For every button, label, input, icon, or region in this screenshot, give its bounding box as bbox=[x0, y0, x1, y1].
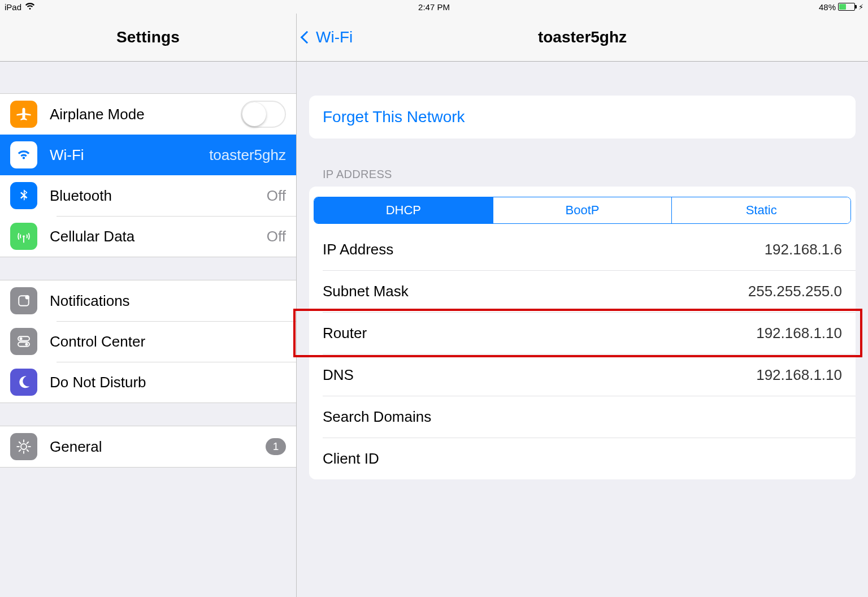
sidebar-item-label: General bbox=[50, 438, 102, 456]
row-router[interactable]: Router192.168.1.10 bbox=[309, 312, 744, 354]
row-subnet-mask[interactable]: Subnet Mask255.255.255.0 bbox=[309, 270, 744, 312]
status-bar-left: iPad bbox=[5, 2, 35, 12]
sidebar-item-control-center[interactable]: Control Center bbox=[0, 321, 296, 362]
control-center-icon bbox=[10, 328, 37, 355]
svg-line-15 bbox=[27, 442, 29, 444]
gear-icon bbox=[10, 433, 37, 460]
sidebar-item-label: Airplane Mode bbox=[50, 106, 145, 123]
sidebar-item-wi-fi[interactable]: Wi-Fitoaster5ghz bbox=[0, 135, 296, 175]
row-label: DNS bbox=[323, 366, 354, 384]
svg-point-8 bbox=[21, 444, 27, 449]
back-button[interactable]: Wi-Fi bbox=[302, 28, 353, 46]
sidebar-item-value: Off bbox=[267, 228, 286, 245]
row-label: Search Domains bbox=[323, 408, 431, 426]
seg-item-bootp[interactable]: BootP bbox=[493, 197, 672, 223]
sidebar-group-general: General1 bbox=[0, 426, 296, 468]
row-label: IP Address bbox=[323, 241, 393, 258]
badge: 1 bbox=[266, 438, 286, 455]
sidebar-group-connectivity: Airplane ModeWi-Fitoaster5ghzBluetoothOf… bbox=[0, 93, 296, 257]
sidebar-item-do-not-disturb[interactable]: Do Not Disturb bbox=[0, 362, 296, 403]
svg-point-3 bbox=[25, 295, 30, 300]
cellular-icon bbox=[10, 223, 37, 250]
seg-item-dhcp[interactable]: DHCP bbox=[314, 197, 493, 223]
row-dns[interactable]: DNS192.168.1.10 bbox=[309, 354, 744, 396]
ip-rows: IP Address192.168.1.6Subnet Mask255.255.… bbox=[309, 228, 744, 479]
detail-title: toaster5ghz bbox=[538, 28, 627, 46]
moon-icon bbox=[10, 369, 37, 396]
row-label: Subnet Mask bbox=[323, 283, 409, 300]
svg-rect-1 bbox=[23, 237, 24, 243]
ip-settings-card: DHCPBootPStatic IP Address192.168.1.6Sub… bbox=[309, 187, 744, 479]
sidebar-item-label: Do Not Disturb bbox=[50, 374, 146, 391]
svg-line-16 bbox=[19, 449, 21, 452]
seg-item-static[interactable]: Static bbox=[671, 197, 744, 223]
wifi-icon bbox=[10, 141, 37, 168]
wifi-icon bbox=[25, 3, 35, 11]
svg-point-5 bbox=[20, 338, 23, 340]
sidebar-item-label: Control Center bbox=[50, 333, 145, 351]
row-label: Router bbox=[323, 325, 367, 342]
sidebar-item-value: Off bbox=[267, 187, 286, 205]
sidebar-item-cellular-data[interactable]: Cellular DataOff bbox=[0, 216, 296, 257]
sidebar-item-label: Bluetooth bbox=[50, 187, 112, 205]
airplane-icon bbox=[10, 101, 37, 128]
row-label: Client ID bbox=[323, 450, 379, 468]
row-ip-address[interactable]: IP Address192.168.1.6 bbox=[309, 228, 744, 270]
detail-header: Wi-Fi toaster5ghz bbox=[297, 14, 744, 62]
detail-pane: Wi-Fi toaster5ghz Forget This Network IP… bbox=[297, 14, 744, 495]
forget-network-label: Forget This Network bbox=[309, 96, 744, 139]
back-label: Wi-Fi bbox=[316, 28, 353, 46]
settings-sidebar: Settings Airplane ModeWi-Fitoaster5ghzBl… bbox=[0, 14, 297, 495]
sidebar-item-value: toaster5ghz bbox=[209, 146, 286, 164]
device-label: iPad bbox=[5, 2, 21, 12]
status-bar: iPad 2:47 PM 48% ⚡︎ bbox=[0, 0, 744, 14]
sidebar-item-label: Cellular Data bbox=[50, 228, 134, 245]
bluetooth-icon bbox=[10, 182, 37, 209]
sidebar-header: Settings bbox=[0, 14, 296, 62]
svg-line-13 bbox=[19, 442, 21, 444]
forget-network-button[interactable]: Forget This Network bbox=[309, 96, 744, 139]
status-bar-time: 2:47 PM bbox=[418, 2, 450, 12]
toggle-switch[interactable] bbox=[241, 101, 286, 128]
row-search-domains[interactable]: Search Domains bbox=[309, 396, 744, 438]
sidebar-item-general[interactable]: General1 bbox=[0, 426, 296, 467]
notifications-icon bbox=[10, 287, 37, 314]
ip-mode-segmented-control[interactable]: DHCPBootPStatic bbox=[314, 197, 744, 224]
chevron-left-icon bbox=[301, 31, 314, 44]
sidebar-title: Settings bbox=[116, 28, 180, 46]
sidebar-group-notifications: NotificationsControl CenterDo Not Distur… bbox=[0, 280, 296, 403]
sidebar-item-bluetooth[interactable]: BluetoothOff bbox=[0, 175, 296, 216]
section-caption-ip: IP ADDRESS bbox=[323, 168, 744, 181]
sidebar-item-airplane-mode[interactable]: Airplane Mode bbox=[0, 94, 296, 135]
svg-point-7 bbox=[25, 343, 28, 346]
sidebar-item-label: Wi-Fi bbox=[50, 146, 84, 164]
sidebar-item-label: Notifications bbox=[50, 292, 130, 310]
row-client-id[interactable]: Client ID bbox=[309, 438, 744, 479]
sidebar-item-notifications[interactable]: Notifications bbox=[0, 280, 296, 321]
svg-line-14 bbox=[27, 449, 29, 452]
